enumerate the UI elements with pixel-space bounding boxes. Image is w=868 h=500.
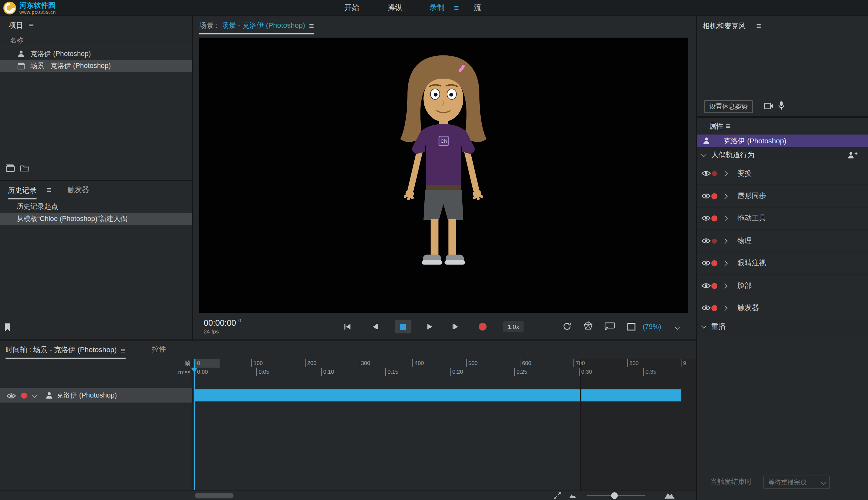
track-collapse-chevron[interactable] [32,393,37,398]
history-item-new-puppet[interactable]: 从模板“Chloe (Photoshop)”新建人偶 [0,213,192,225]
tab-start[interactable]: 开始 [344,0,359,15]
behavior-expand-chevron[interactable] [722,171,728,176]
out-of-range-shade [581,359,696,490]
camera-mic-panel-title: 相机和麦克风 [703,21,746,31]
behavior-expand-chevron[interactable] [722,238,728,244]
behavior-arm-dot[interactable] [711,260,717,266]
camera-toggle-icon[interactable] [764,102,774,110]
behavior-eye-icon[interactable] [701,215,711,221]
mesh-view-icon[interactable] [583,321,593,330]
project-name-column-header: 名称 [10,36,23,45]
tab-stream[interactable]: 流 [474,0,481,15]
previous-frame-button[interactable] [372,323,379,330]
scene-end-line [580,359,581,490]
behavior-row[interactable]: 眼睛注视 [697,252,868,274]
behavior-expand-chevron[interactable] [722,261,728,266]
behavior-eye-icon[interactable] [701,260,711,266]
zoom-in-mountain-icon[interactable] [664,491,675,499]
behavior-row[interactable]: 拖动工具 [697,207,868,230]
fit-timeline-icon[interactable] [553,492,561,499]
behavior-expand-chevron[interactable] [722,194,728,199]
project-item-scene[interactable]: 场景 - 克洛伊 (Photoshop) [0,60,192,72]
timecode-display: 00:00:00 0 [204,318,241,327]
timeline-panel-menu-icon[interactable]: ≡ [121,346,126,354]
tab-timeline[interactable]: 时间轴 : 场景 - 克洛伊 (Photoshop) ≡ [5,344,125,359]
behaviors-section-header[interactable]: 人偶轨道行为 [697,147,868,162]
tab-record[interactable]: 录制 [430,0,444,15]
play-button[interactable] [426,323,433,330]
history-item-origin[interactable]: 历史记录起点 [0,201,192,213]
next-frame-button[interactable] [452,323,459,330]
project-item-puppet[interactable]: 克洛伊 (Photoshop) [0,48,192,60]
camera-mic-panel-menu-icon[interactable]: ≡ [756,22,761,30]
snapshot-frame-icon[interactable] [627,323,635,331]
replays-section-label: 重播 [711,319,726,334]
behavior-arm-dot[interactable] [712,239,717,243]
behavior-eye-icon[interactable] [701,283,711,289]
behavior-row[interactable]: 变换 [697,162,868,185]
behavior-arm-dot[interactable] [711,305,717,311]
track-visibility-eye-icon[interactable] [7,393,16,399]
history-panel-menu-icon[interactable]: ≡ [46,185,51,194]
playhead-head[interactable] [191,367,198,372]
section-collapse-chevron [701,151,707,157]
behavior-row[interactable]: 唇形同步 [697,185,868,207]
new-scene-button[interactable] [5,163,15,172]
timeline-zoom-slider-handle[interactable] [611,492,618,499]
properties-selected-puppet-row[interactable]: 克洛伊 (Photoshop) [697,135,868,148]
stream-to-device-icon[interactable] [605,322,615,330]
record-menu-icon[interactable]: ≡ [454,3,459,12]
behavior-expand-chevron[interactable] [722,283,728,289]
zoom-level-label[interactable]: (79%) [643,323,661,331]
top-menubar: 河东软件园 www.pc0359.cn 开始 操纵 录制 ≡ 流 [0,0,868,15]
behavior-eye-icon[interactable] [701,237,711,244]
microphone-toggle-icon[interactable] [778,101,785,110]
shirt-badge-text: Ch [441,138,447,144]
tab-controls[interactable]: 控件 [152,344,166,354]
add-behavior-icon[interactable] [847,151,858,159]
behavior-arm-dot[interactable] [711,283,717,289]
replays-section-header[interactable]: 重播 [697,319,868,334]
behavior-arm-dot[interactable] [712,171,717,176]
zoom-out-mountain-icon[interactable] [569,493,576,498]
tab-scene[interactable]: 场景 : 场景 - 克洛伊 (Photoshop) ≡ [199,20,314,34]
scene-label-prefix: 场景 : [199,21,218,31]
zoom-dropdown-button[interactable] [672,322,682,332]
behavior-eye-icon[interactable] [701,305,711,311]
scene-panel-menu-icon[interactable]: ≡ [309,21,314,30]
behavior-eye-icon[interactable] [701,170,711,177]
behavior-label: 唇形同步 [737,185,766,207]
history-panel: 历史记录 ≡ 触发器 历史记录起点 从模板“Chloe (Photoshop)”… [0,181,192,340]
behavior-row[interactable]: 脸部 [697,274,868,297]
go-to-start-button[interactable] [344,323,352,330]
puppet-chloe[interactable]: Ch [385,54,502,284]
on-trigger-end-label: 当触发结束时 [710,476,752,488]
set-rest-pose-button[interactable]: 设置休息姿势 [704,100,753,113]
behavior-arm-dot[interactable] [711,216,717,221]
track-header-row[interactable]: 克洛伊 (Photoshop) [0,388,192,403]
track-arm-record-dot[interactable] [21,393,27,399]
scene-title: 场景 - 克洛伊 (Photoshop) [222,21,305,31]
behavior-row[interactable]: 物理 [697,230,868,252]
tab-rig[interactable]: 操纵 [388,0,402,15]
tab-triggers[interactable]: 触发器 [68,185,89,195]
loop-playback-icon[interactable] [562,322,572,331]
project-panel-menu-icon[interactable]: ≡ [29,21,34,29]
behavior-expand-chevron[interactable] [722,216,728,221]
replay-mode-dropdown[interactable]: 等待重播完成 [763,476,830,489]
behavior-row[interactable]: 触发器 [697,297,868,319]
record-button[interactable] [479,323,486,331]
horizontal-scrollbar-thumb[interactable] [195,493,233,498]
scene-viewport[interactable]: Ch [199,38,688,313]
playback-speed-button[interactable]: 1.0x [503,321,524,332]
behavior-arm-dot[interactable] [711,193,717,200]
tab-history[interactable]: 历史记录 [8,185,36,200]
new-folder-button[interactable] [20,164,29,171]
bookmark-icon[interactable] [4,323,11,332]
stop-button[interactable] [395,320,411,333]
behavior-eye-icon[interactable] [701,193,711,200]
behavior-expand-chevron[interactable] [722,305,728,311]
playhead[interactable] [194,359,195,490]
properties-panel-menu-icon[interactable]: ≡ [726,122,730,130]
take-bar[interactable] [195,389,681,401]
